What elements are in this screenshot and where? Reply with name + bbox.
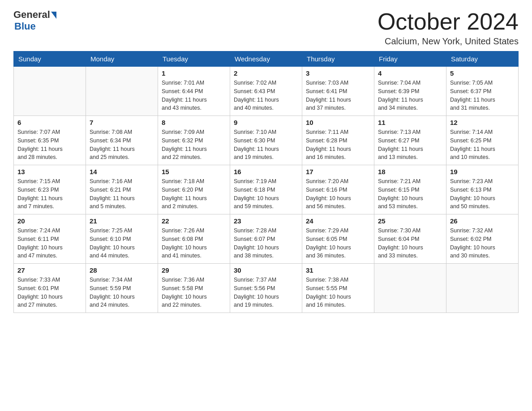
day-number: 20: [17, 217, 82, 225]
logo-blue-text: Blue: [14, 21, 36, 32]
day-number: 18: [378, 168, 442, 176]
day-number: 31: [306, 266, 370, 274]
calendar-header-saturday: Saturday: [446, 51, 519, 67]
day-info: Sunrise: 7:01 AM Sunset: 6:44 PM Dayligh…: [162, 79, 226, 112]
calendar-cell: 2Sunrise: 7:02 AM Sunset: 6:43 PM Daylig…: [230, 67, 302, 116]
calendar-cell: 7Sunrise: 7:08 AM Sunset: 6:34 PM Daylig…: [86, 116, 158, 165]
day-number: 25: [378, 217, 442, 225]
calendar-cell: 5Sunrise: 7:05 AM Sunset: 6:37 PM Daylig…: [446, 67, 519, 116]
calendar-cell: 13Sunrise: 7:15 AM Sunset: 6:23 PM Dayli…: [14, 165, 86, 214]
day-info: Sunrise: 7:30 AM Sunset: 6:04 PM Dayligh…: [378, 227, 442, 260]
week-row-2: 13Sunrise: 7:15 AM Sunset: 6:23 PM Dayli…: [14, 165, 519, 214]
title-area: October 2024 Calcium, New York, United S…: [378, 9, 519, 47]
day-number: 23: [234, 217, 298, 225]
day-number: 12: [450, 119, 515, 126]
day-number: 6: [17, 119, 82, 126]
calendar-cell: 4Sunrise: 7:04 AM Sunset: 6:39 PM Daylig…: [374, 67, 446, 116]
day-info: Sunrise: 7:20 AM Sunset: 6:16 PM Dayligh…: [306, 177, 370, 211]
day-number: 30: [234, 266, 298, 274]
calendar-cell: 6Sunrise: 7:07 AM Sunset: 6:35 PM Daylig…: [14, 116, 86, 165]
day-number: 16: [234, 168, 298, 176]
day-number: 5: [450, 69, 515, 77]
calendar-cell: 30Sunrise: 7:37 AM Sunset: 5:56 PM Dayli…: [230, 264, 302, 313]
day-info: Sunrise: 7:23 AM Sunset: 6:13 PM Dayligh…: [450, 177, 515, 211]
logo-top: General: [13, 9, 56, 21]
week-row-3: 20Sunrise: 7:24 AM Sunset: 6:11 PM Dayli…: [14, 214, 519, 264]
logo-general-text: General: [13, 9, 50, 21]
day-info: Sunrise: 7:02 AM Sunset: 6:43 PM Dayligh…: [234, 79, 298, 112]
day-number: 28: [90, 266, 154, 274]
calendar-cell: 27Sunrise: 7:33 AM Sunset: 6:01 PM Dayli…: [14, 264, 86, 313]
calendar-cell: 8Sunrise: 7:09 AM Sunset: 6:32 PM Daylig…: [158, 116, 230, 165]
calendar-cell: 28Sunrise: 7:34 AM Sunset: 5:59 PM Dayli…: [86, 264, 158, 313]
week-row-1: 6Sunrise: 7:07 AM Sunset: 6:35 PM Daylig…: [14, 116, 519, 165]
day-number: 2: [234, 69, 298, 77]
calendar-cell: [86, 67, 158, 116]
day-number: 8: [162, 119, 226, 126]
calendar-header-monday: Monday: [86, 51, 158, 67]
day-info: Sunrise: 7:25 AM Sunset: 6:10 PM Dayligh…: [90, 227, 154, 260]
day-number: 14: [90, 168, 154, 176]
day-number: 17: [306, 168, 370, 176]
day-number: 10: [306, 119, 370, 126]
calendar-cell: 19Sunrise: 7:23 AM Sunset: 6:13 PM Dayli…: [446, 165, 519, 214]
day-info: Sunrise: 7:26 AM Sunset: 6:08 PM Dayligh…: [162, 227, 226, 260]
day-info: Sunrise: 7:14 AM Sunset: 6:25 PM Dayligh…: [450, 128, 515, 162]
day-number: 15: [162, 168, 226, 176]
day-info: Sunrise: 7:08 AM Sunset: 6:34 PM Dayligh…: [90, 128, 154, 162]
day-number: 21: [90, 217, 154, 225]
day-info: Sunrise: 7:18 AM Sunset: 6:20 PM Dayligh…: [162, 177, 226, 211]
day-number: 4: [378, 69, 442, 77]
calendar-cell: 14Sunrise: 7:16 AM Sunset: 6:21 PM Dayli…: [86, 165, 158, 214]
day-info: Sunrise: 7:05 AM Sunset: 6:37 PM Dayligh…: [450, 79, 515, 112]
day-info: Sunrise: 7:07 AM Sunset: 6:35 PM Dayligh…: [17, 128, 82, 162]
day-info: Sunrise: 7:16 AM Sunset: 6:21 PM Dayligh…: [90, 177, 154, 211]
day-info: Sunrise: 7:15 AM Sunset: 6:23 PM Dayligh…: [17, 177, 82, 211]
calendar-cell: 29Sunrise: 7:36 AM Sunset: 5:58 PM Dayli…: [158, 264, 230, 313]
calendar-cell: [14, 67, 86, 116]
day-number: 24: [306, 217, 370, 225]
day-info: Sunrise: 7:28 AM Sunset: 6:07 PM Dayligh…: [234, 227, 298, 260]
logo: General Blue: [13, 9, 56, 32]
day-info: Sunrise: 7:29 AM Sunset: 6:05 PM Dayligh…: [306, 227, 370, 260]
calendar-cell: 24Sunrise: 7:29 AM Sunset: 6:05 PM Dayli…: [302, 214, 374, 264]
calendar-header-sunday: Sunday: [14, 51, 86, 67]
calendar-header-tuesday: Tuesday: [158, 51, 230, 67]
day-number: 13: [17, 168, 82, 176]
calendar-cell: 1Sunrise: 7:01 AM Sunset: 6:44 PM Daylig…: [158, 67, 230, 116]
day-info: Sunrise: 7:09 AM Sunset: 6:32 PM Dayligh…: [162, 128, 226, 162]
day-number: 22: [162, 217, 226, 225]
day-info: Sunrise: 7:11 AM Sunset: 6:28 PM Dayligh…: [306, 128, 370, 162]
day-number: 29: [162, 266, 226, 274]
day-info: Sunrise: 7:19 AM Sunset: 6:18 PM Dayligh…: [234, 177, 298, 211]
calendar-cell: 25Sunrise: 7:30 AM Sunset: 6:04 PM Dayli…: [374, 214, 446, 264]
calendar-cell: [374, 264, 446, 313]
day-info: Sunrise: 7:33 AM Sunset: 6:01 PM Dayligh…: [17, 276, 82, 309]
logo-arrow-icon: [51, 12, 56, 19]
day-number: 7: [90, 119, 154, 126]
day-info: Sunrise: 7:03 AM Sunset: 6:41 PM Dayligh…: [306, 79, 370, 112]
calendar-header-row: SundayMondayTuesdayWednesdayThursdayFrid…: [14, 51, 519, 67]
day-number: 11: [378, 119, 442, 126]
day-info: Sunrise: 7:10 AM Sunset: 6:30 PM Dayligh…: [234, 128, 298, 162]
day-number: 3: [306, 69, 370, 77]
calendar-header-wednesday: Wednesday: [230, 51, 302, 67]
day-info: Sunrise: 7:21 AM Sunset: 6:15 PM Dayligh…: [378, 177, 442, 211]
calendar-cell: 31Sunrise: 7:38 AM Sunset: 5:55 PM Dayli…: [302, 264, 374, 313]
calendar-cell: 26Sunrise: 7:32 AM Sunset: 6:02 PM Dayli…: [446, 214, 519, 264]
calendar-cell: 20Sunrise: 7:24 AM Sunset: 6:11 PM Dayli…: [14, 214, 86, 264]
calendar-cell: [446, 264, 519, 313]
calendar-cell: 12Sunrise: 7:14 AM Sunset: 6:25 PM Dayli…: [446, 116, 519, 165]
page-header: General Blue October 2024 Calcium, New Y…: [13, 9, 519, 47]
day-info: Sunrise: 7:36 AM Sunset: 5:58 PM Dayligh…: [162, 276, 226, 309]
calendar-cell: 17Sunrise: 7:20 AM Sunset: 6:16 PM Dayli…: [302, 165, 374, 214]
calendar-cell: 21Sunrise: 7:25 AM Sunset: 6:10 PM Dayli…: [86, 214, 158, 264]
calendar-table: SundayMondayTuesdayWednesdayThursdayFrid…: [13, 51, 519, 313]
day-info: Sunrise: 7:32 AM Sunset: 6:02 PM Dayligh…: [450, 227, 515, 260]
day-info: Sunrise: 7:37 AM Sunset: 5:56 PM Dayligh…: [234, 276, 298, 309]
calendar-cell: 18Sunrise: 7:21 AM Sunset: 6:15 PM Dayli…: [374, 165, 446, 214]
calendar-cell: 22Sunrise: 7:26 AM Sunset: 6:08 PM Dayli…: [158, 214, 230, 264]
day-info: Sunrise: 7:04 AM Sunset: 6:39 PM Dayligh…: [378, 79, 442, 112]
calendar-header-friday: Friday: [374, 51, 446, 67]
month-title: October 2024: [378, 9, 519, 34]
